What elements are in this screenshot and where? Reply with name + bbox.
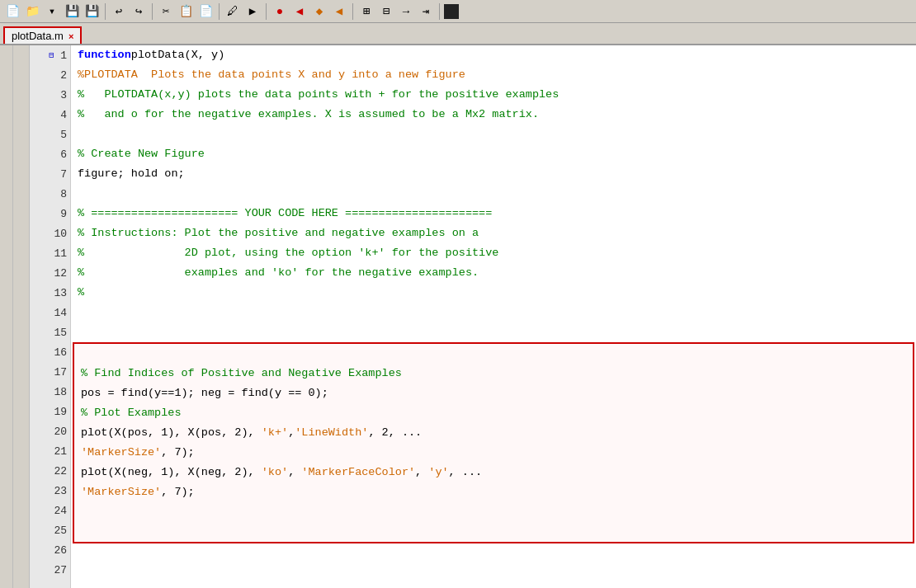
toolbar-icon-dropdown[interactable]: ▾ — [43, 2, 61, 21]
toolbar-icon-save2[interactable]: 💾 — [83, 2, 101, 21]
bp-cell-25 — [0, 520, 12, 540]
code-line-17: % Find Indices of Positive and Negative … — [74, 364, 913, 383]
x-mark-cell-18[interactable] — [13, 382, 29, 402]
code-text: plotData(X, y) — [131, 45, 224, 65]
line-number-16: 16 — [30, 342, 70, 362]
x-mark-cell-11[interactable] — [13, 243, 29, 263]
line-num-text-24: 24 — [54, 505, 67, 517]
code-line-21: 'MarkerSize', 7); — [74, 443, 913, 463]
toolbar-icon-debug4[interactable]: ◀ — [330, 2, 348, 21]
bp-cell-6 — [0, 144, 12, 164]
x-mark-cell-2[interactable] — [13, 65, 29, 85]
x-mark-cell-20[interactable] — [13, 421, 29, 441]
string-literal: 'k+' — [262, 423, 288, 443]
line-number-7: 7 — [30, 164, 70, 184]
x-mark-cell-9[interactable] — [13, 204, 29, 223]
toolbar-icon-more[interactable]: → — [397, 2, 415, 21]
line-num-text-2: 2 — [60, 69, 67, 82]
x-mark-cell-25[interactable] — [13, 520, 29, 540]
x-mark-cell-5[interactable] — [13, 125, 29, 144]
code-editor[interactable]: function plotData(X, y)%PLOTDATA Plots t… — [71, 45, 916, 588]
x-mark-cell-17[interactable] — [13, 362, 29, 382]
toolbar-separator-4 — [266, 3, 267, 20]
bp-cell-9 — [0, 204, 12, 223]
toolbar-separator-2 — [152, 3, 153, 20]
line-number-11: 11 — [30, 243, 70, 263]
x-mark-cell-1[interactable] — [13, 45, 29, 65]
toolbar-icon-open[interactable]: 📁 — [23, 2, 41, 21]
x-mark-cell-19[interactable] — [13, 402, 29, 421]
x-mark-cell-26[interactable] — [13, 540, 29, 560]
code-text: pos = find(y==1); neg = find(y == 0); — [81, 383, 328, 403]
line-num-text-7: 7 — [60, 168, 67, 181]
toolbar-icon-edit[interactable]: 🖊 — [224, 2, 242, 21]
x-mark-cell-4[interactable] — [13, 105, 29, 125]
x-mark-cell-6[interactable] — [13, 144, 29, 164]
code-text: plot(X(neg, 1), X(neg, 2), — [81, 463, 262, 482]
line-number-6: 6 — [30, 144, 70, 164]
x-mark-cell-21[interactable] — [13, 441, 29, 461]
line-number-20: 20 — [30, 421, 70, 441]
fold-icon-1[interactable]: ⊟ — [49, 50, 59, 60]
line-number-22: 22 — [30, 461, 70, 481]
x-mark-cell-8[interactable] — [13, 184, 29, 204]
x-mark-cell-22[interactable] — [13, 461, 29, 481]
toolbar-icon-debug3[interactable]: ◆ — [310, 2, 328, 21]
bp-cell-24 — [0, 501, 12, 520]
toolbar-icon-new[interactable]: 📄 — [3, 2, 21, 21]
code-line-26 — [71, 543, 916, 563]
x-mark-cell-23[interactable] — [13, 481, 29, 501]
bp-cell-23 — [0, 481, 12, 501]
comment-special: %PLOTDATA Plots the data points X and y … — [78, 65, 465, 85]
tab-close-button[interactable]: × — [68, 31, 73, 41]
code-line-8 — [71, 184, 916, 204]
line-number-3: 3 — [30, 85, 70, 105]
x-mark-cell-12[interactable] — [13, 263, 29, 283]
x-mark-cell-15[interactable] — [13, 322, 29, 342]
bp-cell-16 — [0, 342, 12, 362]
code-line-16 — [74, 344, 913, 364]
toolbar-icon-debug2[interactable]: ◀ — [290, 2, 309, 21]
toolbar-icon-copy[interactable]: 📋 — [177, 2, 195, 21]
x-mark-cell-13[interactable] — [13, 283, 29, 303]
code-line-12: % examples and 'ko' for the negative exa… — [71, 263, 916, 283]
code-line-5 — [71, 125, 916, 144]
toolbar-icon-paste[interactable]: 📄 — [196, 2, 215, 21]
bp-cell-13 — [0, 283, 12, 303]
toolbar-icon-debug1[interactable]: ● — [271, 2, 289, 21]
toolbar-separator-5 — [352, 3, 353, 20]
line-num-text-8: 8 — [60, 188, 67, 200]
code-text: , ... — [449, 463, 483, 482]
line-number-25: 25 — [30, 520, 70, 540]
toolbar-icon-step2[interactable]: ⊟ — [377, 2, 395, 21]
line-num-text-9: 9 — [60, 208, 67, 220]
x-mark-cell-14[interactable] — [13, 303, 29, 322]
line-num-text-19: 19 — [54, 406, 67, 418]
comment-text: % 2D plot, using the option 'k+' for the… — [78, 243, 498, 263]
code-line-6: % Create New Figure — [71, 144, 916, 164]
x-mark-cell-7[interactable] — [13, 164, 29, 184]
line-number-4: 4 — [30, 105, 70, 125]
string-literal: 'y' — [428, 463, 448, 482]
code-line-1: function plotData(X, y) — [71, 45, 916, 65]
toolbar-icon-black[interactable] — [444, 4, 459, 19]
x-mark-cell-16[interactable] — [13, 342, 29, 362]
tab-plotdata[interactable]: plotData.m × — [3, 26, 82, 44]
bp-cell-3 — [0, 85, 12, 105]
toolbar-icon-step[interactable]: ⊞ — [357, 2, 375, 21]
toolbar-icon-save[interactable]: 💾 — [63, 2, 81, 21]
line-number-19: 19 — [30, 402, 70, 421]
toolbar-icon-end[interactable]: ⇥ — [417, 2, 435, 21]
toolbar-icon-run[interactable]: ▶ — [243, 2, 262, 21]
x-mark-cell-10[interactable] — [13, 223, 29, 243]
toolbar-icon-redo[interactable]: ↪ — [130, 2, 148, 21]
code-line-4: % and o for the negative examples. X is … — [71, 105, 916, 125]
code-line-23: 'MarkerSize', 7); — [74, 482, 913, 502]
comment-text: % PLOTDATA(x,y) plots the data points wi… — [78, 85, 559, 105]
x-mark-cell-24[interactable] — [13, 501, 29, 520]
x-mark-cell-3[interactable] — [13, 85, 29, 105]
x-mark-cell-27[interactable] — [13, 560, 29, 580]
line-numbers-gutter: ⊟123456789101112131415161718192021222324… — [30, 45, 71, 588]
toolbar-icon-undo[interactable]: ↩ — [110, 2, 128, 21]
toolbar-icon-cut[interactable]: ✂ — [157, 2, 175, 21]
